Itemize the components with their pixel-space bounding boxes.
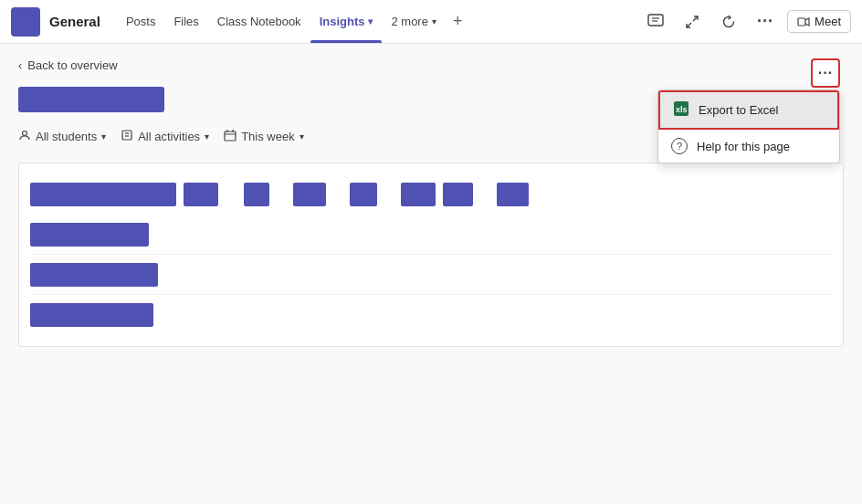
svg-rect-5: [798, 18, 805, 26]
chart-area: [18, 163, 844, 347]
tab-posts[interactable]: Posts: [117, 0, 165, 43]
tab-class-notebook[interactable]: Class Notebook: [208, 0, 310, 43]
calendar-icon: [224, 129, 237, 144]
activities-icon: [121, 129, 133, 144]
tab-files[interactable]: Files: [164, 0, 207, 43]
svg-line-3: [693, 16, 698, 21]
top-bar: General Posts Files Class Notebook Insig…: [0, 0, 862, 44]
svg-point-6: [23, 131, 27, 136]
timeline-bar-3: [293, 183, 326, 206]
chart-row-1: [30, 215, 832, 255]
bar-3: [30, 303, 153, 327]
bar-1: [30, 223, 149, 247]
top-bar-right: ··· Meet: [641, 7, 851, 37]
expand-icon-button[interactable]: [678, 7, 707, 37]
export-to-excel-item[interactable]: xls Export to Excel: [658, 90, 839, 130]
more-options-icon-button[interactable]: ···: [751, 7, 780, 37]
svg-rect-10: [225, 131, 236, 141]
chevron-down-icon: ▾: [432, 16, 436, 26]
svg-text:xls: xls: [676, 105, 688, 114]
excel-icon: xls: [673, 100, 689, 120]
all-students-label: All students: [36, 130, 97, 143]
add-tab-button[interactable]: +: [446, 12, 470, 31]
chart-timeline-row: [30, 174, 832, 215]
timeline-bar-6: [443, 183, 473, 206]
refresh-icon-button[interactable]: [714, 7, 743, 37]
chart-data-rows: [30, 215, 832, 335]
chart-row-2: [30, 255, 832, 295]
meet-button[interactable]: Meet: [787, 10, 851, 33]
timeline-bar-5: [401, 183, 436, 206]
timeline-bar-7: [497, 183, 529, 206]
timeline-bar-2: [244, 183, 269, 206]
svg-rect-7: [122, 131, 131, 140]
more-options-button[interactable]: ···: [811, 58, 840, 88]
timeline-bar-4: [350, 183, 377, 206]
students-icon: [18, 129, 31, 144]
context-menu: xls Export to Excel ? Help for this page…: [657, 89, 840, 163]
ellipsis-icon: ···: [818, 65, 833, 81]
week-chevron-icon: ▾: [300, 131, 304, 142]
this-week-filter[interactable]: This week ▾: [224, 129, 304, 144]
channel-name: General: [49, 14, 100, 29]
all-activities-filter[interactable]: All activities ▾: [121, 129, 209, 144]
all-activities-label: All activities: [138, 130, 200, 143]
chevron-down-icon: ▾: [368, 16, 373, 26]
students-chevron-icon: ▾: [101, 131, 106, 142]
all-students-filter[interactable]: All students ▾: [18, 129, 106, 144]
page-title-placeholder: [18, 87, 164, 112]
help-label: Help for this page: [697, 140, 790, 153]
timeline-bar-1: [184, 183, 218, 206]
nav-tabs: Posts Files Class Notebook Insights ▾ 2 …: [117, 0, 641, 43]
this-week-label: This week: [241, 130, 295, 143]
timeline-bar-main: [30, 183, 176, 206]
app-icon: [11, 7, 40, 37]
export-excel-label: Export to Excel: [699, 103, 778, 117]
back-arrow-icon: ‹: [18, 58, 22, 72]
bar-2: [30, 263, 158, 287]
chart-row-3: [30, 295, 832, 335]
help-icon: ?: [671, 138, 688, 154]
back-label: Back to overview: [27, 58, 117, 72]
chat-icon-button[interactable]: [641, 7, 670, 37]
tab-more[interactable]: 2 more ▾: [382, 0, 445, 43]
help-item[interactable]: ? Help for this page: [658, 130, 839, 163]
main-content: ‹ Back to overview All students ▾: [0, 44, 862, 504]
activities-chevron-icon: ▾: [205, 131, 209, 142]
tab-insights[interactable]: Insights ▾: [310, 0, 383, 43]
svg-line-4: [687, 23, 691, 27]
meet-label: Meet: [815, 15, 841, 28]
svg-rect-0: [648, 15, 663, 26]
back-to-overview-link[interactable]: ‹ Back to overview: [18, 58, 844, 72]
